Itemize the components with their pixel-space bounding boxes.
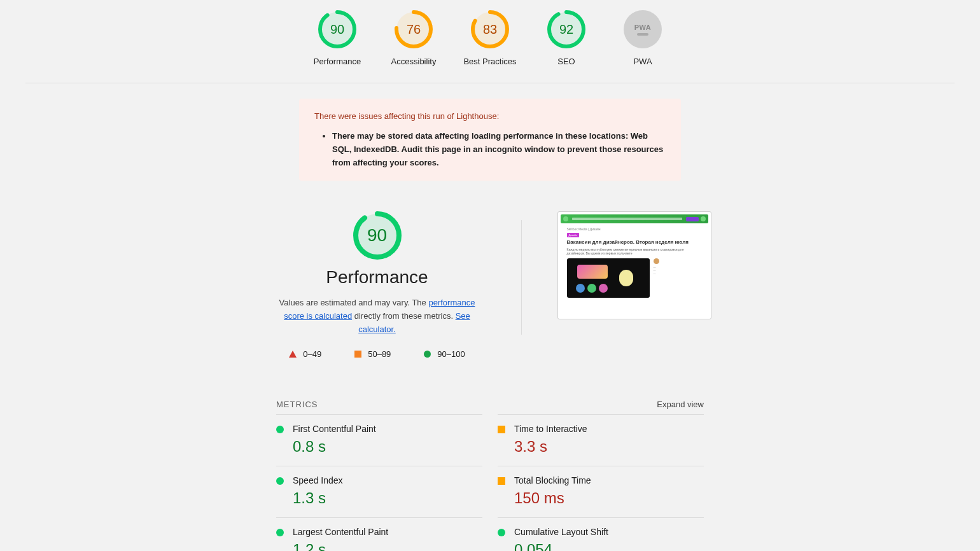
gauge-score: 76 — [407, 22, 421, 37]
gauge-best-practices[interactable]: 83 Best Practices — [462, 10, 518, 67]
performance-gauge-large: 90 — [353, 211, 402, 260]
square-icon — [498, 426, 505, 433]
gauge-score: 90 — [330, 22, 344, 37]
metric-item: Speed Index 1.3 s — [276, 466, 482, 517]
square-icon — [354, 351, 361, 358]
gauge-label: SEO — [557, 56, 575, 67]
square-icon — [498, 477, 505, 485]
metric-value: 150 ms — [514, 489, 704, 507]
page-preview-thumbnail: Skillbox Media | Дизайн Дизайн Вакансии … — [557, 211, 711, 319]
performance-title: Performance — [326, 267, 428, 288]
gauge-score: 92 — [559, 22, 573, 37]
metrics-heading: METRICS — [276, 400, 318, 409]
metric-item: Total Blocking Time 150 ms — [498, 466, 704, 517]
performance-section: 90 Performance Values are estimated and … — [25, 211, 955, 358]
circle-icon — [424, 351, 431, 358]
triangle-icon — [289, 351, 297, 358]
warning-title: There were issues affecting this run of … — [314, 110, 666, 123]
metric-value: 1.3 s — [293, 489, 482, 507]
metric-name: Total Blocking Time — [514, 475, 704, 485]
metric-name: Time to Interactive — [514, 424, 704, 434]
metric-value: 0.8 s — [293, 438, 482, 456]
circle-icon — [276, 529, 284, 536]
warning-item: There may be stored data affecting loadi… — [332, 130, 666, 169]
metric-item: Cumulative Layout Shift 0.054 — [498, 517, 704, 551]
gauge-label: Accessibility — [391, 56, 437, 67]
gauge-label: Best Practices — [463, 56, 516, 67]
metric-item: First Contentful Paint 0.8 s — [276, 414, 482, 466]
metric-value: 3.3 s — [514, 438, 704, 456]
circle-icon — [276, 477, 284, 485]
gauge-label: Performance — [314, 56, 361, 67]
metric-item: Largest Contentful Paint 1.2 s — [276, 517, 482, 551]
gauge-pwa[interactable]: PWAPWA — [615, 10, 671, 67]
circle-icon — [498, 529, 505, 536]
score-legend: 0–49 50–89 90–100 — [289, 349, 465, 359]
performance-big-score: 90 — [367, 225, 387, 246]
metric-name: Speed Index — [293, 475, 482, 485]
pwa-badge-icon: PWA — [624, 10, 662, 48]
metric-name: Cumulative Layout Shift — [514, 527, 704, 537]
expand-view-toggle[interactable]: Expand view — [657, 400, 704, 409]
vertical-divider — [521, 220, 522, 335]
metric-value: 0.054 — [514, 541, 704, 551]
metric-name: First Contentful Paint — [293, 424, 482, 434]
gauge-accessibility[interactable]: 76 Accessibility — [386, 10, 442, 67]
gauge-seo[interactable]: 92 SEO — [538, 10, 594, 67]
metric-name: Largest Contentful Paint — [293, 527, 482, 537]
metric-value: 1.2 s — [293, 541, 482, 551]
metrics-section: METRICS Expand view First Contentful Pai… — [276, 400, 704, 551]
performance-description: Values are estimated and may vary. The p… — [269, 296, 486, 336]
circle-icon — [276, 426, 284, 433]
metric-item: Time to Interactive 3.3 s — [498, 414, 704, 466]
gauge-score: 83 — [483, 22, 497, 37]
score-gauges-row: 90 Performance 76 Accessibility 83 Best … — [25, 0, 955, 83]
gauge-performance[interactable]: 90 Performance — [309, 10, 365, 67]
warning-box: There were issues affecting this run of … — [299, 99, 681, 181]
